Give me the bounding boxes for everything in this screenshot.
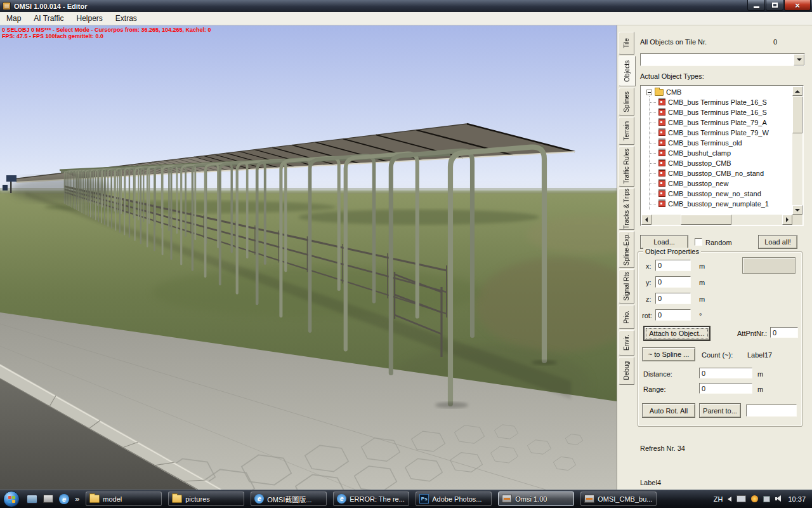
switch-windows-icon[interactable] — [43, 495, 53, 503]
tree-vertical-scrollbar[interactable] — [792, 86, 802, 215]
minimize-button[interactable] — [747, 0, 765, 11]
object-icon — [658, 160, 665, 166]
internet-explorer-icon[interactable]: e — [59, 494, 69, 504]
distance-label: Distance: — [643, 370, 672, 378]
task-omsi-screenshot-page[interactable]: e OMSI截圖版... — [251, 491, 327, 506]
tab-tile[interactable]: Tile — [619, 32, 634, 55]
all-objects-label: All Objects on Tile Nr. — [640, 38, 707, 46]
close-button[interactable]: × — [784, 0, 811, 11]
rot-label: rot: — [642, 312, 652, 319]
tile-object-dropdown[interactable] — [640, 53, 805, 66]
chevron-down-icon[interactable] — [794, 54, 804, 65]
tab-spline-exp[interactable]: Spline-Exp. — [619, 231, 634, 268]
x-unit: m — [699, 262, 705, 270]
collapse-icon[interactable] — [646, 90, 652, 95]
parent-field[interactable] — [746, 404, 797, 417]
y-label: y: — [646, 279, 652, 286]
object-properties-group: Object Properties x: m y: m z: m rot: ° … — [638, 251, 802, 427]
tree-item[interactable]: CMB_bus Terminus Plate_16_S — [642, 97, 792, 107]
tab-tracks-trips[interactable]: Tracks & Trips — [619, 188, 634, 230]
tree-root-cmb[interactable]: CMB — [642, 87, 792, 97]
folder-icon — [172, 495, 182, 503]
task-pictures[interactable]: pictures — [168, 491, 244, 506]
volume-icon[interactable] — [775, 495, 783, 502]
tree-item[interactable]: CMB_busstop_CMB — [642, 158, 792, 168]
distance-field[interactable] — [699, 368, 752, 378]
to-spline-button[interactable]: ~ to Spline ... — [642, 347, 695, 361]
folder-icon — [89, 495, 100, 503]
show-desktop-icon[interactable] — [27, 495, 37, 504]
tree-item[interactable]: CMB_bushut_clamp — [642, 148, 792, 158]
scroll-right-icon[interactable] — [782, 215, 792, 225]
random-checkbox[interactable] — [695, 238, 702, 246]
debug-overlay: 0 SELOBJ 0 MS*** - Select Mode - Cursorp… — [2, 27, 211, 39]
x-field[interactable] — [655, 260, 691, 271]
start-button[interactable] — [3, 491, 20, 507]
tree-horizontal-scrollbar[interactable] — [641, 215, 792, 225]
scroll-down-icon[interactable] — [792, 205, 802, 215]
task-omsi[interactable]: Omsi 1.00 — [498, 491, 574, 506]
auto-rot-all-button[interactable]: Auto Rot. All — [642, 403, 695, 418]
task-omsi-cmb[interactable]: OMSI_CMB_bu... — [580, 491, 657, 506]
tab-objects[interactable]: Objects — [619, 56, 636, 86]
language-indicator[interactable]: ZH — [714, 495, 723, 503]
omsi-icon — [584, 495, 594, 503]
tab-envir[interactable]: Envir. — [619, 330, 634, 356]
rot-field[interactable] — [655, 309, 691, 321]
tab-signal-rts[interactable]: Signal Rts — [619, 269, 634, 304]
scroll-up-icon[interactable] — [792, 86, 802, 96]
tree-item[interactable]: CMB_busstop_new_no_stand — [642, 189, 792, 199]
task-model[interactable]: model — [86, 491, 162, 506]
keyboard-icon[interactable] — [737, 495, 746, 502]
object-icon — [658, 140, 665, 146]
task-photoshop[interactable]: Ps Adobe Photos... — [416, 491, 492, 506]
3d-scene — [0, 25, 617, 490]
range-field[interactable] — [699, 383, 752, 394]
ime-arrow-icon[interactable] — [728, 497, 731, 502]
attpntnr-field[interactable] — [770, 327, 798, 338]
scroll-left-icon[interactable] — [641, 215, 652, 225]
tree-item[interactable]: CMB_bus Terminus Plate_16_S — [642, 107, 792, 117]
tree-item[interactable]: CMB_busstop_new_numplate_1 — [642, 199, 792, 209]
tree-item[interactable]: CMB_bus Terminus Plate_79_W — [642, 128, 792, 138]
object-icon — [658, 119, 665, 126]
menu-map[interactable]: Map — [0, 13, 27, 24]
overflow-chevron-icon[interactable] — [75, 494, 79, 504]
debug-line1: 0 SELOBJ 0 MS*** - Select Mode - Cursorp… — [2, 27, 211, 33]
menubar: Map AI Traffic Helpers Extras — [0, 12, 812, 25]
parent-to-button[interactable]: Parent to... — [699, 403, 741, 418]
random-label: Random — [705, 239, 732, 246]
maximize-button[interactable] — [766, 0, 783, 11]
attach-to-object-button[interactable]: Attach to Object... — [643, 326, 710, 341]
object-icon — [658, 201, 665, 207]
tab-terrain[interactable]: Terrain — [619, 117, 634, 145]
tab-debug[interactable]: Debug — [619, 357, 634, 385]
object-icon — [658, 180, 665, 187]
object-icon — [658, 150, 665, 156]
3d-viewport[interactable]: 0 SELOBJ 0 MS*** - Select Mode - Cursorp… — [0, 25, 617, 490]
vertical-scroll-thumb[interactable] — [792, 97, 802, 133]
menu-helpers[interactable]: Helpers — [70, 13, 108, 24]
group-title: Object Properties — [643, 248, 701, 255]
clock[interactable]: 10:37 — [788, 495, 806, 503]
load-button[interactable]: Load... — [640, 235, 688, 249]
tree-item[interactable]: CMB_bus Terminus_old — [642, 138, 792, 148]
notification-app-icon[interactable] — [751, 495, 758, 502]
tree-item[interactable]: CMB_busstop_CMB_no_stand — [642, 168, 792, 178]
load-all-button[interactable]: Load all! — [758, 235, 797, 249]
network-icon[interactable] — [763, 496, 770, 502]
menu-ai-traffic[interactable]: AI Traffic — [27, 13, 70, 24]
task-error-page[interactable]: e ERROR: The re... — [333, 491, 409, 506]
tab-splines[interactable]: Splines — [619, 88, 634, 116]
scrollbar-corner — [792, 215, 802, 225]
object-icon — [658, 190, 665, 197]
tree-item[interactable]: CMB_bus Terminus Plate_79_A — [642, 117, 792, 128]
tree-item[interactable]: CMB_busstop_new — [642, 178, 792, 189]
z-field[interactable] — [655, 293, 691, 304]
menu-extras[interactable]: Extras — [109, 13, 143, 24]
horizontal-scroll-thumb[interactable] — [681, 215, 731, 225]
tab-prio[interactable]: Prio. — [619, 305, 634, 329]
tab-traffic-rules[interactable]: Traffic Rules — [619, 146, 634, 187]
y-field[interactable] — [655, 276, 691, 288]
rot-unit: ° — [699, 312, 702, 319]
